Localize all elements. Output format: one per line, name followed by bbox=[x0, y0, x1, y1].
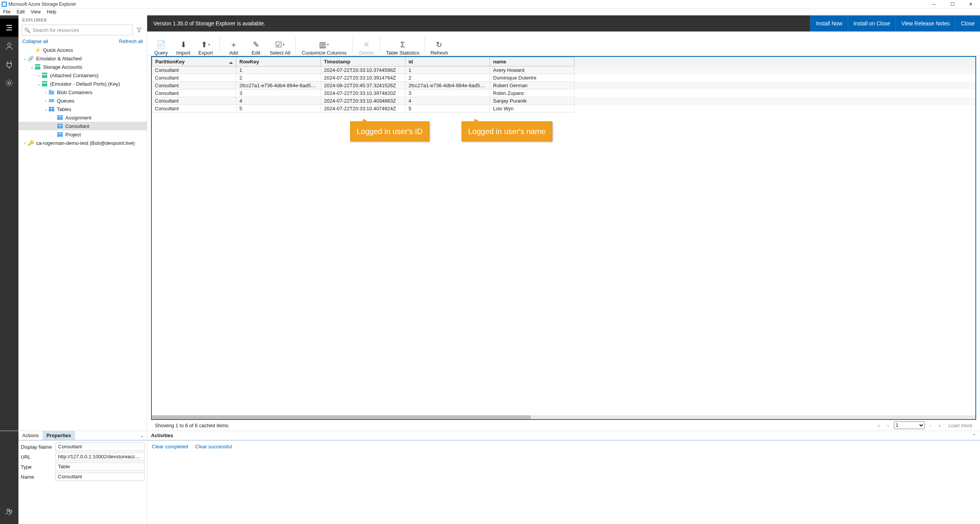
notification-message: Version 1.35.0 of Storage Explorer is av… bbox=[147, 20, 271, 27]
menu-edit[interactable]: Edit bbox=[13, 9, 28, 15]
table-row[interactable]: Consultant42024-07-22T20:33:10.4034883Z4… bbox=[152, 97, 975, 105]
export-icon: ⬆▾ bbox=[201, 39, 210, 50]
load-more-button[interactable]: Load more bbox=[948, 423, 972, 428]
select-all-icon: ☑▾ bbox=[275, 39, 285, 50]
properties-tab[interactable]: Properties bbox=[43, 431, 75, 440]
clear-completed-link[interactable]: Clear completed bbox=[152, 444, 188, 449]
query-button[interactable]: 📄Query bbox=[150, 33, 172, 56]
install-on-close-button[interactable]: Install on Close bbox=[848, 15, 896, 32]
page-last-button[interactable]: » bbox=[936, 423, 943, 428]
sigma-icon: Σ bbox=[400, 39, 405, 50]
cell-name: Robert German bbox=[490, 82, 575, 90]
grid-body[interactable]: Consultant12024-07-22T20:33:10.3744598Z1… bbox=[152, 66, 975, 415]
refresh-all-link[interactable]: Refresh all bbox=[119, 38, 143, 44]
window-title: Microsoft Azure Storage Explorer bbox=[8, 2, 76, 7]
page-next-button[interactable]: › bbox=[927, 423, 934, 428]
tree-emulator-attached[interactable]: ⌄ 🔗 Emulator & Attached bbox=[18, 54, 147, 63]
activity-connect[interactable] bbox=[0, 55, 18, 74]
view-release-notes-button[interactable]: View Release Notes bbox=[895, 15, 955, 32]
edit-button[interactable]: ✎Edit bbox=[245, 33, 267, 56]
activity-explorer[interactable] bbox=[0, 18, 18, 37]
tree-quick-access[interactable]: ⚡ Quick Access bbox=[18, 46, 147, 54]
collapse-all-link[interactable]: Collapse all bbox=[22, 38, 48, 44]
property-value[interactable]: http://127.0.0.1:10002/devstoreaccoun bbox=[55, 453, 145, 461]
tree-tables[interactable]: ⌄ Tables bbox=[18, 105, 147, 113]
x-icon: ✕ bbox=[363, 39, 370, 50]
panel-collapse-icon[interactable]: ⌄ bbox=[140, 433, 144, 438]
key-icon: 🔑 bbox=[28, 140, 34, 146]
tree-table-assignment[interactable]: Assignment bbox=[18, 113, 147, 122]
export-button[interactable]: ⬆▾Export bbox=[195, 33, 216, 56]
columns-icon: ▥▾ bbox=[319, 39, 329, 50]
window-controls: ─ ☐ ✕ bbox=[925, 0, 980, 8]
menu-view[interactable]: View bbox=[28, 9, 44, 15]
horizontal-scrollbar[interactable] bbox=[152, 415, 975, 419]
cell-ts: 2024-07-22T20:33:10.3914764Z bbox=[321, 74, 405, 82]
tree-table-consultant[interactable]: Consultant bbox=[18, 122, 147, 130]
svg-point-5 bbox=[8, 43, 11, 46]
delete-button[interactable]: ✕Delete bbox=[355, 33, 377, 56]
table-row[interactable]: Consultant2fcc27a1-e736-4db4-884e-6ad57…… bbox=[152, 82, 975, 90]
property-value[interactable]: Table bbox=[55, 463, 145, 471]
cell-name: Lois Wyn bbox=[490, 105, 575, 113]
clear-successful-link[interactable]: Clear successful bbox=[195, 444, 232, 449]
page-first-button[interactable]: « bbox=[875, 423, 882, 428]
activity-settings[interactable] bbox=[0, 74, 18, 92]
search-input[interactable]: 🔍 Search for resources bbox=[22, 25, 133, 35]
col-name[interactable]: name bbox=[490, 57, 575, 66]
cell-rk: 3 bbox=[236, 90, 321, 97]
status-showing: Showing 1 to 6 of 6 cached items bbox=[155, 423, 229, 428]
menu-help[interactable]: Help bbox=[44, 9, 60, 15]
cell-ts: 2024-07-22T20:33:10.3744598Z bbox=[321, 66, 405, 74]
install-now-button[interactable]: Install Now bbox=[810, 15, 847, 32]
col-partitionkey[interactable]: PartitionKey bbox=[152, 57, 236, 66]
import-button[interactable]: ⬇Import bbox=[173, 33, 194, 56]
close-window-button[interactable]: ✕ bbox=[962, 0, 980, 8]
property-key: URL bbox=[21, 454, 55, 460]
table-row[interactable]: Consultant32024-07-22T20:33:10.3974820Z3… bbox=[152, 90, 975, 97]
tree-table-project[interactable]: Project bbox=[18, 130, 147, 139]
tree-queues[interactable]: › Queues bbox=[18, 96, 147, 105]
property-value[interactable]: Consultant bbox=[55, 473, 145, 481]
col-id[interactable]: id bbox=[405, 57, 490, 66]
table-row[interactable]: Consultant22024-07-22T20:33:10.3914764Z2… bbox=[152, 74, 975, 82]
property-row: TypeTable bbox=[21, 462, 145, 471]
property-value[interactable]: Consultant bbox=[55, 443, 145, 451]
panel-collapse-icon[interactable]: ⌄ bbox=[972, 431, 976, 440]
tree-emulator-default[interactable]: ⌄ (Emulator - Default Ports) (Key) bbox=[18, 80, 147, 88]
page-select[interactable]: 1 bbox=[894, 421, 925, 429]
tree-ca-account[interactable]: › 🔑 ca-rogerman-demo-test (Bob@devpoint.… bbox=[18, 139, 147, 147]
cell-ts: 2024-07-22T20:33:10.4034883Z bbox=[321, 97, 405, 105]
maximize-button[interactable]: ☐ bbox=[943, 0, 962, 8]
activity-account[interactable] bbox=[0, 37, 18, 55]
page-prev-button[interactable]: ‹ bbox=[885, 423, 892, 428]
properties-panel: Actions Properties ⌄ Display NameConsult… bbox=[18, 431, 147, 524]
menu-file[interactable]: File bbox=[0, 9, 13, 15]
add-button[interactable]: ＋Add bbox=[223, 33, 244, 56]
table-statistics-button[interactable]: ΣTable Statistics bbox=[384, 33, 422, 56]
customize-columns-button[interactable]: ▥▾Customize Columns bbox=[299, 33, 349, 56]
col-rowkey[interactable]: RowKey bbox=[236, 57, 321, 66]
grid-status-row: Showing 1 to 6 of 6 cached items « ‹ 1 ›… bbox=[151, 420, 976, 431]
tree-blob-containers[interactable]: › Blob Containers bbox=[18, 88, 147, 96]
menu-bar: File Edit View Help bbox=[0, 8, 980, 15]
table-row[interactable]: Consultant52024-07-22T20:33:10.4074924Z5… bbox=[152, 105, 975, 113]
search-icon: 🔍 bbox=[24, 27, 30, 33]
cell-pk: Consultant bbox=[152, 90, 236, 97]
minimize-button[interactable]: ─ bbox=[925, 0, 943, 8]
activity-feedback[interactable] bbox=[0, 502, 18, 521]
tree-storage-accounts[interactable]: ⌄ Storage Accounts bbox=[18, 63, 147, 71]
select-all-button[interactable]: ☑▾Select All bbox=[267, 33, 292, 56]
activities-tab[interactable]: Activities bbox=[147, 431, 177, 440]
cell-id: 2fcc27a1-e736-4db4-884e-6ad57… bbox=[405, 82, 490, 90]
refresh-button[interactable]: ↻Refresh bbox=[428, 33, 450, 56]
link-icon: 🔗 bbox=[28, 55, 34, 61]
properties-list: Display NameConsultantURLhttp://127.0.0.… bbox=[18, 441, 147, 484]
tree-attached-containers[interactable]: › (Attached Containers) bbox=[18, 71, 147, 80]
actions-tab[interactable]: Actions bbox=[18, 431, 43, 440]
table-row[interactable]: Consultant12024-07-22T20:33:10.3744598Z1… bbox=[152, 66, 975, 74]
notification-close-button[interactable]: Close bbox=[955, 15, 980, 32]
dropdown-icon: ▾ bbox=[283, 43, 285, 46]
filter-button[interactable] bbox=[135, 25, 144, 35]
col-timestamp[interactable]: Timestamp bbox=[321, 57, 405, 66]
